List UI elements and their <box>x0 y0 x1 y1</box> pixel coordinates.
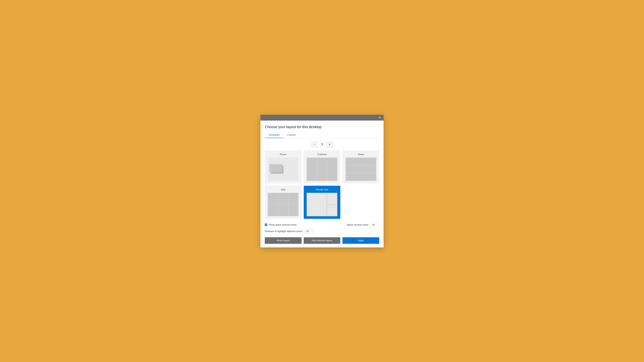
layout-card-focus[interactable]: Focus <box>265 150 302 184</box>
layout-card-columns[interactable]: Columns <box>304 150 340 184</box>
show-space-checkbox[interactable] <box>265 224 267 226</box>
layout-dialog: ✕ Choose your layout for this desktop Te… <box>260 115 384 247</box>
space-around-label: Space around zones <box>347 223 368 226</box>
zone-counter: - 3 + <box>265 142 379 147</box>
focus-rect-front <box>270 164 282 172</box>
show-space-text: Show space around zones <box>269 223 296 226</box>
increment-button[interactable]: + <box>327 142 332 147</box>
layout-grid: Focus Columns Rows <box>265 150 379 219</box>
highlight-label: Distance to highlight adjacent zones <box>265 230 302 233</box>
close-button[interactable]: ✕ <box>378 115 382 120</box>
rows-preview <box>346 157 376 181</box>
space-around-input[interactable] <box>370 222 379 227</box>
col-zone-3 <box>327 158 337 180</box>
show-space-row: Show space around zones Space around zon… <box>265 222 379 227</box>
tabs-container: Templates Custom <box>265 132 379 138</box>
columns-label: Columns <box>317 153 326 156</box>
layout-card-rows[interactable]: Rows <box>342 150 379 184</box>
priority-side-zone-1 <box>327 193 337 204</box>
rows-label: Rows <box>358 153 364 156</box>
col-zone-2 <box>317 158 327 180</box>
grid-zone-4 <box>268 205 278 216</box>
dialog-titlebar: ✕ <box>260 115 384 121</box>
grid-zone-6 <box>288 205 298 216</box>
grid-label: Grid <box>281 188 286 191</box>
focus-stack <box>270 164 284 174</box>
priority-side-zone-2 <box>327 205 337 216</box>
reset-layout-button[interactable]: Reset layout <box>265 237 302 244</box>
col-zone-1 <box>307 158 317 180</box>
zone-count-value: 3 <box>320 143 324 146</box>
layout-card-priority-grid[interactable]: Priority Grid <box>304 186 340 219</box>
tab-custom[interactable]: Custom <box>284 132 300 138</box>
grid-zone-3 <box>288 193 298 204</box>
decrement-button[interactable]: - <box>312 142 317 147</box>
tab-templates[interactable]: Templates <box>265 132 284 138</box>
grid-preview <box>268 193 298 216</box>
grid-zone-5 <box>278 205 288 216</box>
priority-main-zone <box>307 193 326 216</box>
dialog-footer: Reset layout Edit selected layout Apply <box>265 237 379 244</box>
priority-grid-preview <box>306 193 338 216</box>
highlight-row: Distance to highlight adjacent zones <box>265 229 379 234</box>
grid-zone-2 <box>278 193 288 204</box>
show-space-label[interactable]: Show space around zones <box>265 223 347 226</box>
apply-button[interactable]: Apply <box>342 237 379 244</box>
focus-label: Focus <box>280 153 286 156</box>
priority-grid-label: Priority Grid <box>316 188 328 191</box>
dialog-title: Choose your layout for this desktop <box>265 125 379 129</box>
row-zone-1 <box>346 158 376 165</box>
grid-zone-1 <box>268 193 278 204</box>
focus-preview <box>268 157 298 181</box>
space-around-right: Space around zones <box>347 222 379 227</box>
highlight-input[interactable] <box>304 229 313 234</box>
layout-card-grid[interactable]: Grid <box>265 186 302 219</box>
columns-preview <box>306 157 338 181</box>
row-zone-3 <box>346 173 376 180</box>
edit-selected-layout-button[interactable]: Edit selected layout <box>304 237 340 244</box>
dialog-body: Choose your layout for this desktop Temp… <box>260 121 384 247</box>
row-zone-2 <box>346 166 376 173</box>
